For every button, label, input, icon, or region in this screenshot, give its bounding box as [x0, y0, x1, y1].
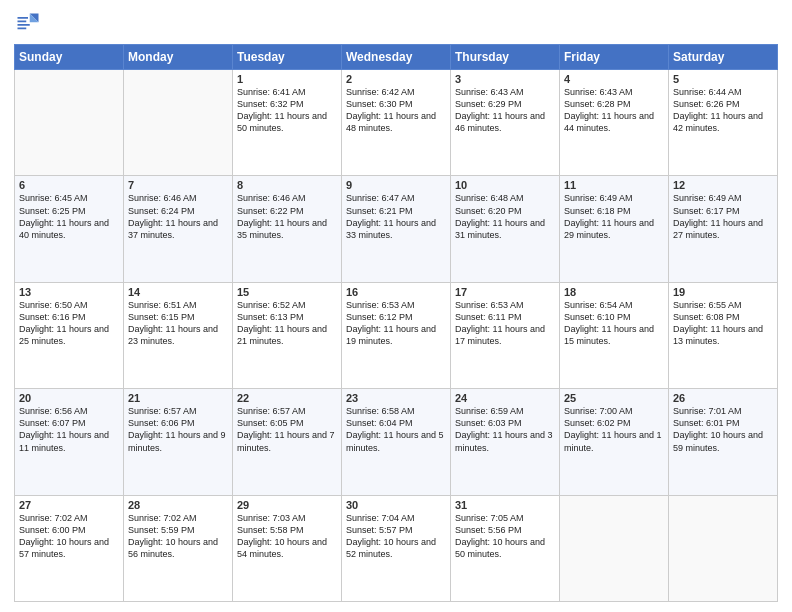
calendar-cell: 10Sunrise: 6:48 AM Sunset: 6:20 PM Dayli…: [451, 176, 560, 282]
calendar-cell: 31Sunrise: 7:05 AM Sunset: 5:56 PM Dayli…: [451, 495, 560, 601]
calendar-cell: [15, 70, 124, 176]
logo: [14, 10, 45, 38]
header-cell-wednesday: Wednesday: [342, 45, 451, 70]
cell-content: Sunrise: 6:52 AM Sunset: 6:13 PM Dayligh…: [237, 299, 337, 348]
calendar-cell: 19Sunrise: 6:55 AM Sunset: 6:08 PM Dayli…: [669, 282, 778, 388]
cell-content: Sunrise: 6:51 AM Sunset: 6:15 PM Dayligh…: [128, 299, 228, 348]
day-number: 20: [19, 392, 119, 404]
cell-content: Sunrise: 7:04 AM Sunset: 5:57 PM Dayligh…: [346, 512, 446, 561]
calendar-cell: 13Sunrise: 6:50 AM Sunset: 6:16 PM Dayli…: [15, 282, 124, 388]
cell-content: Sunrise: 6:59 AM Sunset: 6:03 PM Dayligh…: [455, 405, 555, 454]
header-cell-sunday: Sunday: [15, 45, 124, 70]
calendar-cell: 4Sunrise: 6:43 AM Sunset: 6:28 PM Daylig…: [560, 70, 669, 176]
calendar-cell: 21Sunrise: 6:57 AM Sunset: 6:06 PM Dayli…: [124, 389, 233, 495]
cell-content: Sunrise: 6:48 AM Sunset: 6:20 PM Dayligh…: [455, 192, 555, 241]
cell-content: Sunrise: 6:55 AM Sunset: 6:08 PM Dayligh…: [673, 299, 773, 348]
cell-content: Sunrise: 7:03 AM Sunset: 5:58 PM Dayligh…: [237, 512, 337, 561]
header-cell-tuesday: Tuesday: [233, 45, 342, 70]
svg-rect-5: [18, 17, 29, 19]
cell-content: Sunrise: 7:05 AM Sunset: 5:56 PM Dayligh…: [455, 512, 555, 561]
header-cell-friday: Friday: [560, 45, 669, 70]
day-number: 6: [19, 179, 119, 191]
cell-content: Sunrise: 6:53 AM Sunset: 6:12 PM Dayligh…: [346, 299, 446, 348]
cell-content: Sunrise: 6:53 AM Sunset: 6:11 PM Dayligh…: [455, 299, 555, 348]
calendar-cell: 8Sunrise: 6:46 AM Sunset: 6:22 PM Daylig…: [233, 176, 342, 282]
calendar-cell: 27Sunrise: 7:02 AM Sunset: 6:00 PM Dayli…: [15, 495, 124, 601]
day-number: 24: [455, 392, 555, 404]
day-number: 15: [237, 286, 337, 298]
calendar-cell: 23Sunrise: 6:58 AM Sunset: 6:04 PM Dayli…: [342, 389, 451, 495]
week-row-5: 27Sunrise: 7:02 AM Sunset: 6:00 PM Dayli…: [15, 495, 778, 601]
day-number: 16: [346, 286, 446, 298]
week-row-2: 6Sunrise: 6:45 AM Sunset: 6:25 PM Daylig…: [15, 176, 778, 282]
day-number: 1: [237, 73, 337, 85]
calendar-cell: [124, 70, 233, 176]
cell-content: Sunrise: 6:43 AM Sunset: 6:28 PM Dayligh…: [564, 86, 664, 135]
calendar-cell: 14Sunrise: 6:51 AM Sunset: 6:15 PM Dayli…: [124, 282, 233, 388]
cell-content: Sunrise: 6:41 AM Sunset: 6:32 PM Dayligh…: [237, 86, 337, 135]
calendar-table: SundayMondayTuesdayWednesdayThursdayFrid…: [14, 44, 778, 602]
calendar-cell: [669, 495, 778, 601]
day-number: 26: [673, 392, 773, 404]
calendar-cell: 24Sunrise: 6:59 AM Sunset: 6:03 PM Dayli…: [451, 389, 560, 495]
svg-rect-6: [18, 21, 27, 23]
calendar-cell: 2Sunrise: 6:42 AM Sunset: 6:30 PM Daylig…: [342, 70, 451, 176]
day-number: 25: [564, 392, 664, 404]
day-number: 22: [237, 392, 337, 404]
cell-content: Sunrise: 6:56 AM Sunset: 6:07 PM Dayligh…: [19, 405, 119, 454]
logo-icon: [14, 10, 42, 38]
day-number: 17: [455, 286, 555, 298]
day-number: 8: [237, 179, 337, 191]
cell-content: Sunrise: 6:49 AM Sunset: 6:18 PM Dayligh…: [564, 192, 664, 241]
day-number: 18: [564, 286, 664, 298]
calendar-cell: 17Sunrise: 6:53 AM Sunset: 6:11 PM Dayli…: [451, 282, 560, 388]
week-row-3: 13Sunrise: 6:50 AM Sunset: 6:16 PM Dayli…: [15, 282, 778, 388]
calendar-cell: 28Sunrise: 7:02 AM Sunset: 5:59 PM Dayli…: [124, 495, 233, 601]
calendar-cell: 20Sunrise: 6:56 AM Sunset: 6:07 PM Dayli…: [15, 389, 124, 495]
header-row: SundayMondayTuesdayWednesdayThursdayFrid…: [15, 45, 778, 70]
calendar-cell: 29Sunrise: 7:03 AM Sunset: 5:58 PM Dayli…: [233, 495, 342, 601]
day-number: 27: [19, 499, 119, 511]
cell-content: Sunrise: 7:00 AM Sunset: 6:02 PM Dayligh…: [564, 405, 664, 454]
calendar-cell: 12Sunrise: 6:49 AM Sunset: 6:17 PM Dayli…: [669, 176, 778, 282]
svg-rect-3: [18, 24, 30, 26]
cell-content: Sunrise: 6:46 AM Sunset: 6:24 PM Dayligh…: [128, 192, 228, 241]
week-row-4: 20Sunrise: 6:56 AM Sunset: 6:07 PM Dayli…: [15, 389, 778, 495]
day-number: 31: [455, 499, 555, 511]
calendar-cell: 22Sunrise: 6:57 AM Sunset: 6:05 PM Dayli…: [233, 389, 342, 495]
day-number: 7: [128, 179, 228, 191]
day-number: 10: [455, 179, 555, 191]
calendar-cell: 7Sunrise: 6:46 AM Sunset: 6:24 PM Daylig…: [124, 176, 233, 282]
calendar-cell: [560, 495, 669, 601]
calendar-cell: 1Sunrise: 6:41 AM Sunset: 6:32 PM Daylig…: [233, 70, 342, 176]
day-number: 5: [673, 73, 773, 85]
cell-content: Sunrise: 6:45 AM Sunset: 6:25 PM Dayligh…: [19, 192, 119, 241]
header-cell-monday: Monday: [124, 45, 233, 70]
day-number: 14: [128, 286, 228, 298]
calendar-body: 1Sunrise: 6:41 AM Sunset: 6:32 PM Daylig…: [15, 70, 778, 602]
cell-content: Sunrise: 6:42 AM Sunset: 6:30 PM Dayligh…: [346, 86, 446, 135]
calendar-cell: 16Sunrise: 6:53 AM Sunset: 6:12 PM Dayli…: [342, 282, 451, 388]
day-number: 4: [564, 73, 664, 85]
calendar-cell: 15Sunrise: 6:52 AM Sunset: 6:13 PM Dayli…: [233, 282, 342, 388]
header: [14, 10, 778, 38]
cell-content: Sunrise: 6:57 AM Sunset: 6:05 PM Dayligh…: [237, 405, 337, 454]
cell-content: Sunrise: 7:02 AM Sunset: 6:00 PM Dayligh…: [19, 512, 119, 561]
day-number: 23: [346, 392, 446, 404]
calendar-cell: 3Sunrise: 6:43 AM Sunset: 6:29 PM Daylig…: [451, 70, 560, 176]
day-number: 9: [346, 179, 446, 191]
cell-content: Sunrise: 6:49 AM Sunset: 6:17 PM Dayligh…: [673, 192, 773, 241]
header-cell-saturday: Saturday: [669, 45, 778, 70]
cell-content: Sunrise: 6:46 AM Sunset: 6:22 PM Dayligh…: [237, 192, 337, 241]
cell-content: Sunrise: 7:02 AM Sunset: 5:59 PM Dayligh…: [128, 512, 228, 561]
calendar-cell: 30Sunrise: 7:04 AM Sunset: 5:57 PM Dayli…: [342, 495, 451, 601]
cell-content: Sunrise: 6:47 AM Sunset: 6:21 PM Dayligh…: [346, 192, 446, 241]
calendar-cell: 6Sunrise: 6:45 AM Sunset: 6:25 PM Daylig…: [15, 176, 124, 282]
svg-rect-4: [18, 28, 27, 30]
cell-content: Sunrise: 7:01 AM Sunset: 6:01 PM Dayligh…: [673, 405, 773, 454]
day-number: 29: [237, 499, 337, 511]
day-number: 11: [564, 179, 664, 191]
day-number: 21: [128, 392, 228, 404]
page: SundayMondayTuesdayWednesdayThursdayFrid…: [0, 0, 792, 612]
cell-content: Sunrise: 6:50 AM Sunset: 6:16 PM Dayligh…: [19, 299, 119, 348]
